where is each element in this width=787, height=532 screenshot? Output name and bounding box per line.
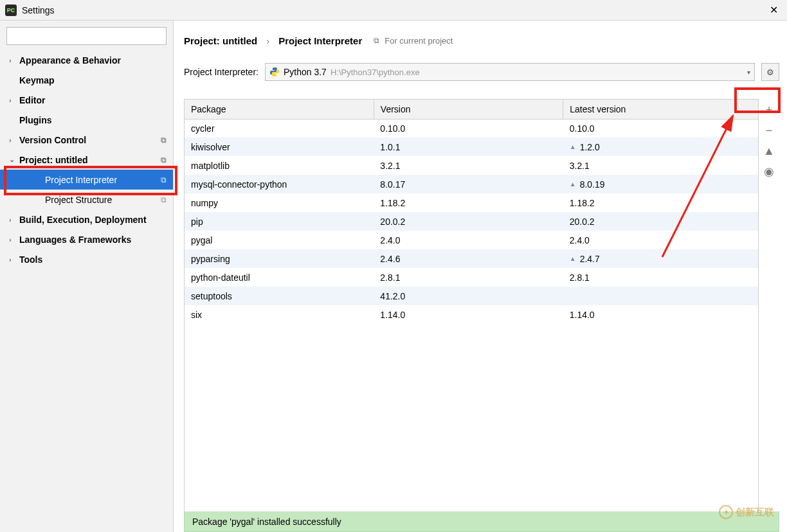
copy-icon: ⧉ xyxy=(161,155,167,164)
status-message: Package 'pygal' installed successfully xyxy=(192,517,341,527)
package-version: 2.8.1 xyxy=(374,268,563,287)
sidebar-item-label: Languages & Frameworks xyxy=(19,235,131,245)
app-icon: PC xyxy=(5,4,17,16)
package-version: 1.0.1 xyxy=(374,137,563,156)
package-name: matplotlib xyxy=(185,156,374,175)
sidebar-item-editor[interactable]: ›Editor xyxy=(0,90,173,110)
sidebar-item-label: Project Interpreter xyxy=(45,175,117,185)
sidebar-item-version-control[interactable]: ›Version Control⧉ xyxy=(0,130,173,150)
eye-icon: ◉ xyxy=(764,164,774,179)
package-latest: 0.10.0 xyxy=(563,119,758,137)
package-version: 3.2.1 xyxy=(374,156,563,175)
interpreter-label: Project Interpreter: xyxy=(184,67,258,77)
sidebar-item-label: Keymap xyxy=(19,75,54,85)
package-version: 2.4.0 xyxy=(374,231,563,249)
package-name: pygal xyxy=(185,231,374,249)
upgrade-available-icon: ▲ xyxy=(570,181,576,188)
package-latest: 3.2.1 xyxy=(563,156,758,175)
expand-arrow-icon: › xyxy=(9,216,18,224)
expand-arrow-icon: ⌄ xyxy=(9,155,18,164)
for-current-project-label: For current project xyxy=(384,36,453,46)
titlebar: PC Settings ✕ xyxy=(0,0,787,21)
expand-arrow-icon: › xyxy=(9,136,18,144)
expand-arrow-icon: › xyxy=(9,96,18,104)
expand-arrow-icon: › xyxy=(9,256,18,263)
package-latest: 2.8.1 xyxy=(563,268,758,287)
package-latest: 1.14.0 xyxy=(563,305,758,324)
package-version: 8.0.17 xyxy=(374,175,563,193)
table-row[interactable]: matplotlib3.2.13.2.1 xyxy=(185,156,758,175)
copy-icon: ⧉ xyxy=(161,175,167,184)
sidebar-item-label: Appearance & Behavior xyxy=(19,55,121,66)
sidebar-item-appearance-behavior[interactable]: ›Appearance & Behavior xyxy=(0,50,173,70)
sidebar-item-tools[interactable]: ›Tools xyxy=(0,249,173,269)
package-latest: ▲8.0.19 xyxy=(563,175,758,193)
package-name: cycler xyxy=(185,119,374,137)
status-bar: Package 'pygal' installed successfully xyxy=(184,511,779,532)
package-name: six xyxy=(185,305,374,324)
interpreter-dropdown[interactable]: Python 3.7 H:\Python37\python.exe ▾ xyxy=(265,63,755,81)
breadcrumb-project: Project: untitled xyxy=(184,35,257,46)
copy-icon: ⧉ xyxy=(161,195,167,204)
sidebar: 🔍 ›Appearance & BehaviorKeymap›EditorPlu… xyxy=(0,21,174,532)
breadcrumb: Project: untitled › Project Interpreter … xyxy=(184,30,779,51)
package-name: mysql-connector-python xyxy=(185,175,374,193)
table-row[interactable]: six1.14.01.14.0 xyxy=(185,305,758,324)
package-version: 1.18.2 xyxy=(374,193,563,212)
breadcrumb-interpreter: Project Interpreter xyxy=(278,35,362,46)
sidebar-item-languages-frameworks[interactable]: ›Languages & Frameworks xyxy=(0,229,173,249)
package-version: 2.4.6 xyxy=(374,249,563,268)
package-version: 41.2.0 xyxy=(374,287,563,305)
sidebar-item-label: Project: untitled xyxy=(19,155,88,165)
chevron-down-icon: ▾ xyxy=(747,69,750,76)
window-title: Settings xyxy=(22,5,55,15)
table-row[interactable]: pyparsing2.4.6▲2.4.7 xyxy=(185,249,758,268)
search-input[interactable] xyxy=(6,27,167,45)
table-row[interactable]: python-dateutil2.8.12.8.1 xyxy=(185,268,758,287)
upgrade-package-button[interactable]: ▲ xyxy=(761,143,777,159)
table-row[interactable]: kiwisolver1.0.1▲1.2.0 xyxy=(185,137,758,156)
package-name: pyparsing xyxy=(185,249,374,268)
sidebar-item-keymap[interactable]: Keymap xyxy=(0,70,173,90)
package-latest: 20.0.2 xyxy=(563,212,758,231)
watermark: ✦ 创新互联 xyxy=(719,505,774,519)
plus-icon: + xyxy=(766,103,773,117)
add-package-button[interactable]: + xyxy=(761,102,777,118)
package-name: pip xyxy=(185,212,374,231)
sidebar-item-label: Tools xyxy=(19,254,42,265)
package-name: kiwisolver xyxy=(185,137,374,156)
close-icon[interactable]: ✕ xyxy=(766,3,782,17)
sidebar-item-label: Editor xyxy=(19,95,45,105)
sidebar-item-plugins[interactable]: Plugins xyxy=(0,110,173,130)
table-row[interactable]: pip20.0.220.0.2 xyxy=(185,212,758,231)
package-name: setuptools xyxy=(185,287,374,305)
remove-package-button[interactable]: − xyxy=(761,122,777,139)
package-latest: ▲1.2.0 xyxy=(563,137,758,156)
python-icon xyxy=(269,67,280,77)
gear-icon: ⚙ xyxy=(766,67,774,77)
chevron-right-icon: › xyxy=(266,35,269,46)
packages-table: Package Version Latest version cycler0.1… xyxy=(184,99,759,512)
table-row[interactable]: cycler0.10.00.10.0 xyxy=(185,119,758,137)
sidebar-item-label: Version Control xyxy=(19,135,86,145)
table-row[interactable]: setuptools41.2.0 xyxy=(185,287,758,305)
sidebar-item-project-structure[interactable]: Project Structure⧉ xyxy=(0,190,173,209)
upgrade-available-icon: ▲ xyxy=(570,255,576,262)
package-latest: ▲2.4.7 xyxy=(563,249,758,268)
column-latest[interactable]: Latest version xyxy=(563,100,758,119)
sidebar-item-build-execution-deployment[interactable]: ›Build, Execution, Deployment xyxy=(0,209,173,229)
expand-arrow-icon: › xyxy=(9,236,18,244)
table-row[interactable]: pygal2.4.02.4.0 xyxy=(185,231,758,249)
interpreter-settings-button[interactable]: ⚙ xyxy=(761,63,779,81)
package-name: python-dateutil xyxy=(185,268,374,287)
copy-icon: ⧉ xyxy=(374,36,379,45)
sidebar-item-project-untitled[interactable]: ⌄Project: untitled⧉ xyxy=(0,150,173,170)
table-row[interactable]: mysql-connector-python8.0.17▲8.0.19 xyxy=(185,175,758,193)
column-version[interactable]: Version xyxy=(374,100,563,119)
copy-icon: ⧉ xyxy=(161,136,167,145)
column-package[interactable]: Package xyxy=(185,100,374,119)
show-early-releases-button[interactable]: ◉ xyxy=(761,163,777,180)
sidebar-item-label: Build, Execution, Deployment xyxy=(19,215,147,225)
sidebar-item-project-interpreter[interactable]: Project Interpreter⧉ xyxy=(0,170,173,190)
table-row[interactable]: numpy1.18.21.18.2 xyxy=(185,193,758,212)
